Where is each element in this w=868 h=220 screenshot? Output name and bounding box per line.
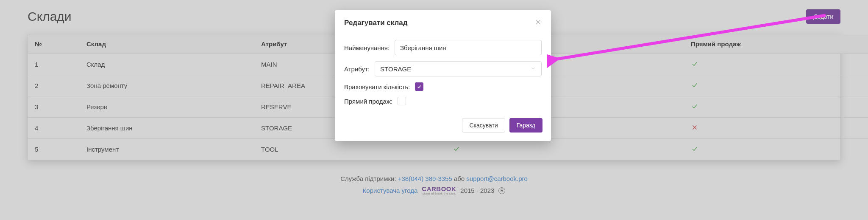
footer: Служба підтримки: +38(044) 389-3355 або … <box>0 175 868 195</box>
support-or: або <box>454 175 466 182</box>
chevron-down-icon <box>530 65 536 73</box>
cell-qty <box>446 139 684 160</box>
cell-name: Зберігання шин <box>80 118 254 139</box>
cell-name: Склад <box>80 54 254 75</box>
brand-sub: store all book the cars <box>422 192 456 195</box>
brand-years: 2015 - 2023 <box>460 187 494 194</box>
qty-label: Враховувати кількість: <box>344 83 410 90</box>
edit-warehouse-modal: Редагувати склад Найменування: Атрибут: … <box>335 10 551 141</box>
support-phone-link[interactable]: +38(044) 389-3355 <box>398 175 452 182</box>
col-header-num: № <box>28 34 80 54</box>
attr-label: Атрибут: <box>344 65 370 73</box>
cross-icon <box>691 124 698 131</box>
cell-num: 3 <box>28 96 80 118</box>
table-row: 5ІнструментTOOL <box>28 139 868 160</box>
page-title: Склади <box>28 9 72 24</box>
col-header-direct: Прямий продаж <box>684 34 868 54</box>
name-input[interactable] <box>395 40 542 55</box>
cell-direct <box>684 96 868 118</box>
cell-direct <box>684 54 868 75</box>
cell-num: 2 <box>28 75 80 96</box>
cell-name: Зона ремонту <box>80 75 254 96</box>
close-icon[interactable] <box>535 19 542 27</box>
check-icon <box>691 60 698 68</box>
cell-num: 4 <box>28 118 80 139</box>
brand-logo: CARBOOK store all book the cars <box>422 186 456 195</box>
name-label: Найменування: <box>344 44 389 51</box>
ok-button[interactable]: Гаразд <box>509 118 542 133</box>
cell-direct <box>684 139 868 160</box>
cancel-button[interactable]: Скасувати <box>462 118 505 133</box>
direct-label: Прямий продаж: <box>344 98 392 105</box>
cell-direct <box>684 75 868 96</box>
support-label: Служба підтримки: <box>340 175 398 182</box>
check-icon <box>691 81 698 89</box>
cell-name: Резерв <box>80 96 254 118</box>
qty-checkbox[interactable] <box>415 82 423 91</box>
registered-icon: R <box>498 187 505 194</box>
col-header-name: Склад <box>80 34 254 54</box>
cell-attr: TOOL <box>254 139 446 160</box>
cell-num: 1 <box>28 54 80 75</box>
user-agreement-link[interactable]: Користувача угода <box>363 187 418 194</box>
support-email-link[interactable]: support@carbook.pro <box>466 175 527 182</box>
check-icon <box>691 102 698 110</box>
cell-num: 5 <box>28 139 80 160</box>
check-icon <box>691 145 698 152</box>
cell-direct <box>684 118 868 139</box>
modal-title: Редагувати склад <box>344 19 408 27</box>
direct-checkbox[interactable] <box>398 97 406 105</box>
attr-select-value: STORAGE <box>380 65 411 73</box>
attr-select[interactable]: STORAGE <box>375 61 542 76</box>
cell-name: Інструмент <box>80 139 254 160</box>
check-icon <box>453 145 460 152</box>
add-button[interactable]: Додати <box>806 9 840 24</box>
